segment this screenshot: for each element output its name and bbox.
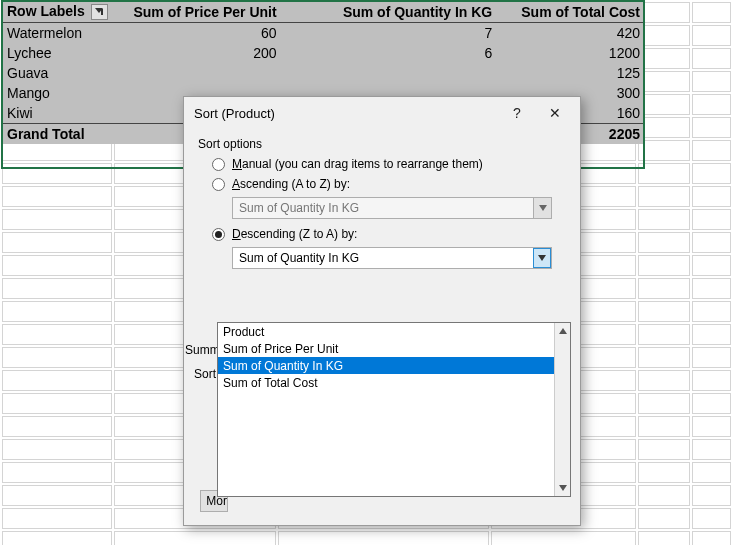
close-button[interactable]: ✕ <box>536 99 574 127</box>
option-descending-label: Descending (Z to A) by: <box>232 227 357 241</box>
sort-label-truncated: Sort <box>194 367 216 381</box>
chevron-down-icon <box>533 198 551 218</box>
dropdown-item[interactable]: Sum of Price Per Unit <box>218 340 556 357</box>
descending-field-combo[interactable]: Sum of Quantity In KG <box>232 247 552 269</box>
help-button[interactable]: ? <box>498 99 536 127</box>
radio-icon <box>212 178 225 191</box>
option-ascending[interactable]: Ascending (A to Z) by: <box>212 177 566 191</box>
header-row-labels[interactable]: Row Labels <box>3 1 115 23</box>
ascending-field-combo: Sum of Quantity In KG <box>232 197 552 219</box>
dropdown-item[interactable]: Sum of Total Cost <box>218 374 556 391</box>
option-ascending-label: Ascending (A to Z) by: <box>232 177 350 191</box>
header-price[interactable]: Sum of Price Per Unit <box>115 1 281 23</box>
option-manual-label: Manual (you can drag items to rearrange … <box>232 157 483 171</box>
scroll-up-icon[interactable] <box>555 323 570 339</box>
option-descending[interactable]: Descending (Z to A) by: <box>212 227 566 241</box>
descending-field-dropdown[interactable]: Product Sum of Price Per Unit Sum of Qua… <box>217 322 571 497</box>
radio-icon <box>212 158 225 171</box>
header-total[interactable]: Sum of Total Cost <box>496 1 644 23</box>
filter-dropdown-icon[interactable] <box>91 4 108 20</box>
radio-icon <box>212 228 225 241</box>
scrollbar[interactable] <box>554 323 570 496</box>
summary-label-truncated: Summ <box>185 343 220 357</box>
dialog-titlebar[interactable]: Sort (Product) ? ✕ <box>184 97 580 129</box>
table-row: Guava125 <box>3 63 644 83</box>
sort-options-label: Sort options <box>198 137 566 151</box>
dialog-title: Sort (Product) <box>194 106 498 121</box>
dropdown-item[interactable]: Sum of Quantity In KG <box>218 357 556 374</box>
dropdown-item[interactable]: Product <box>218 323 556 340</box>
header-qty[interactable]: Sum of Quantity In KG <box>281 1 497 23</box>
table-row: Watermelon607420 <box>3 23 644 44</box>
table-row: Lychee20061200 <box>3 43 644 63</box>
chevron-down-icon[interactable] <box>533 248 551 268</box>
scroll-down-icon[interactable] <box>555 480 570 496</box>
option-manual[interactable]: Manual (you can drag items to rearrange … <box>212 157 566 171</box>
